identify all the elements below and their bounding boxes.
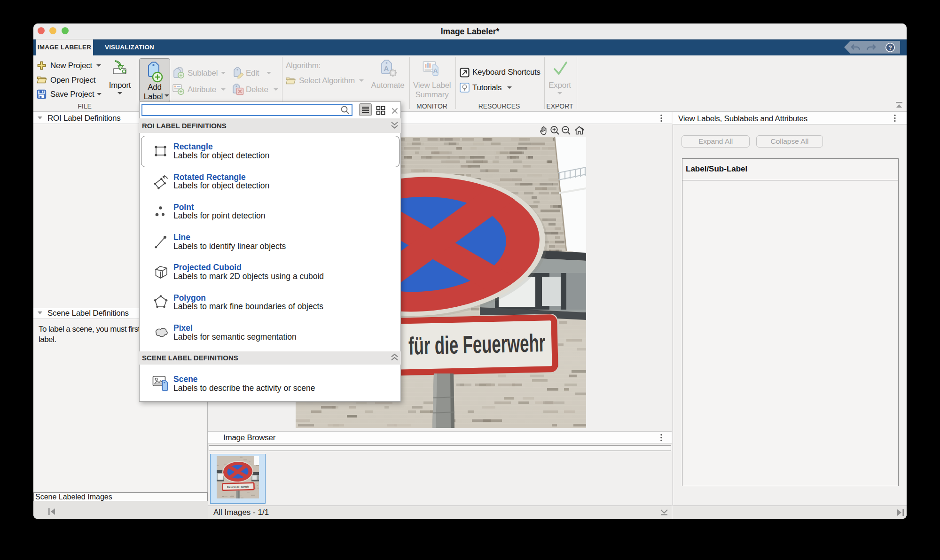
svg-text:?: ? bbox=[888, 45, 892, 51]
svg-text:A: A bbox=[384, 64, 389, 72]
svg-text:Fläche für die Feuerwehr: Fläche für die Feuerwehr bbox=[227, 485, 249, 489]
svg-text:für die Feuerwehr: für die Feuerwehr bbox=[408, 329, 546, 360]
svg-text:A: A bbox=[433, 67, 438, 74]
